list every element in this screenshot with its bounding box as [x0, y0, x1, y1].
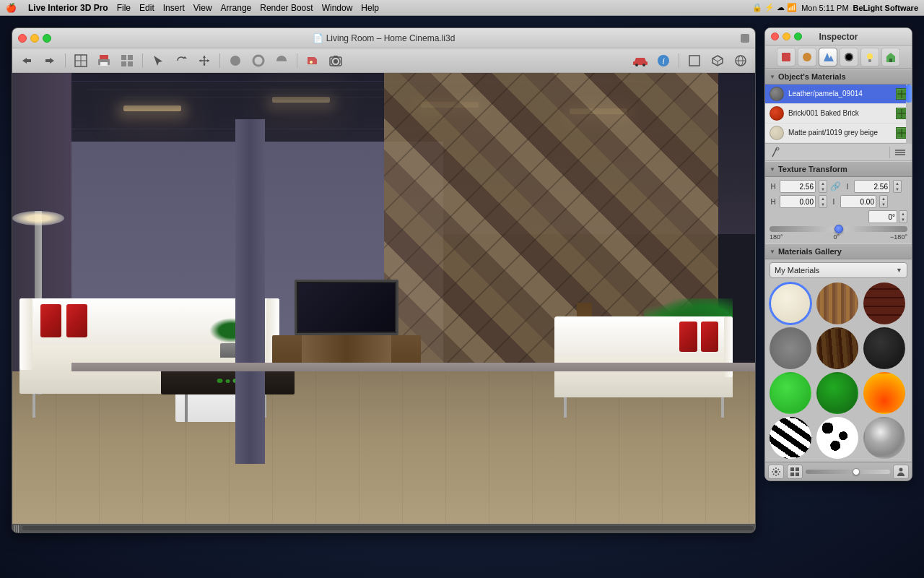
window-minimize-button[interactable]	[30, 34, 39, 43]
rotate-tool[interactable]	[171, 51, 191, 70]
wand-tool[interactable]	[770, 145, 784, 160]
gallery-item-wood-dark[interactable]	[816, 327, 858, 369]
offset-y-down[interactable]: ▼	[880, 202, 887, 207]
menu-help[interactable]: Help	[361, 3, 379, 13]
window-maximize-button[interactable]	[43, 34, 51, 43]
inspector-person-button[interactable]	[893, 465, 909, 479]
gallery-item-wood-light[interactable]	[816, 282, 858, 324]
rotation-up[interactable]: ▲	[899, 211, 907, 217]
gallery-item-fire[interactable]	[863, 372, 905, 414]
baseboard	[71, 363, 755, 372]
scale-x-up[interactable]: ▲	[819, 181, 827, 186]
view-2d-button[interactable]	[684, 51, 705, 70]
tab-material[interactable]	[840, 48, 858, 66]
inspector-settings-button[interactable]	[768, 465, 784, 479]
tab-light[interactable]	[860, 48, 879, 66]
menu-app[interactable]: Live Interior 3D Pro	[28, 3, 108, 13]
offset-x-up[interactable]: ▲	[819, 196, 827, 202]
viewport[interactable]: |||	[12, 73, 755, 532]
ring-tool[interactable]	[248, 51, 269, 70]
inspector-close-button[interactable]	[771, 33, 779, 40]
offset-x-down[interactable]: ▼	[819, 202, 827, 207]
inspector-maximize-button[interactable]	[794, 33, 802, 40]
sphere-tool[interactable]	[225, 51, 245, 70]
gallery-item-concrete[interactable]	[770, 327, 811, 369]
material-options-button[interactable]	[893, 145, 907, 160]
menu-view[interactable]: View	[193, 3, 212, 13]
scrollbar-track[interactable]	[22, 526, 754, 530]
rotation-down[interactable]: ▼	[899, 217, 907, 223]
view-iso-button[interactable]	[707, 51, 728, 70]
rotation-input[interactable]: 0°	[868, 210, 897, 223]
inspector-titlebar: Inspector	[765, 28, 912, 46]
chain-link-icon[interactable]: 🔗	[830, 181, 841, 191]
material-item-3[interactable]: Matte paint/1019 grey beige	[765, 124, 912, 143]
scale-x-input[interactable]: 2.56	[780, 180, 816, 193]
gallery-item-spots[interactable]	[816, 417, 858, 459]
scale-y-input[interactable]: 2.56	[854, 180, 890, 193]
tab-texture[interactable]	[819, 48, 837, 66]
offset-x-label: H	[770, 198, 777, 206]
nav-back-button[interactable]	[17, 51, 37, 70]
materials-scrollbar[interactable]	[906, 85, 912, 144]
gallery-item-brick[interactable]	[863, 282, 905, 324]
half-sphere-tool[interactable]	[271, 51, 292, 70]
toolbar-sep-2	[142, 53, 143, 68]
toolbar-sep-5	[679, 53, 679, 68]
scale-y-down[interactable]: ▼	[894, 186, 901, 192]
menu-arrange[interactable]: Arrange	[221, 3, 252, 13]
car-view-button[interactable]	[630, 51, 650, 70]
scale-x-stepper[interactable]: ▲ ▼	[819, 180, 827, 193]
menu-file[interactable]: File	[117, 3, 131, 13]
rotation-label-min: 180°	[770, 233, 783, 241]
gallery-item-black[interactable]	[863, 327, 905, 369]
menu-edit[interactable]: Edit	[139, 3, 154, 13]
tab-color[interactable]	[798, 48, 816, 66]
material-item-1[interactable]: Leather/pamela_09014	[765, 85, 912, 104]
tab-house[interactable]	[881, 48, 900, 66]
scale-y-stepper[interactable]: ▲ ▼	[893, 180, 902, 193]
view-3d-button[interactable]	[731, 51, 751, 70]
rotation-slider-track[interactable]	[770, 226, 907, 232]
gallery-item-green-dark[interactable]	[816, 372, 858, 414]
inspector-minimize-button[interactable]	[783, 33, 790, 40]
menu-window[interactable]: Window	[322, 3, 353, 13]
tab-object[interactable]	[777, 48, 796, 66]
gallery-item-green-bright[interactable]	[770, 372, 811, 414]
menubar: 🍎 Live Interior 3D Pro File Edit Insert …	[0, 0, 924, 16]
material-name-2: Brick/001 Baked Brick	[788, 109, 892, 118]
offset-y-stepper[interactable]: ▲ ▼	[879, 195, 888, 208]
window-resize-icon[interactable]	[741, 34, 749, 43]
inspector-zoom-slider[interactable]	[806, 470, 890, 474]
viewport-scrollbar[interactable]: |||	[12, 524, 755, 532]
inspector-grid-button[interactable]	[787, 465, 803, 479]
offset-x-input[interactable]: 0.00	[780, 195, 816, 208]
scale-y-up[interactable]: ▲	[894, 181, 901, 186]
rotation-slider-thumb[interactable]	[834, 225, 843, 233]
scale-x-down[interactable]: ▼	[819, 186, 827, 192]
offset-y-input[interactable]: 0.00	[840, 195, 876, 208]
offset-x-stepper[interactable]: ▲ ▼	[819, 195, 827, 208]
material-item-2[interactable]: Brick/001 Baked Brick	[765, 104, 912, 124]
material-swatch-1	[770, 87, 784, 101]
screenshot-button[interactable]	[326, 51, 346, 70]
apple-menu[interactable]: 🍎	[6, 3, 17, 13]
floorplan-button[interactable]	[71, 51, 91, 70]
view-options-button[interactable]	[117, 51, 137, 70]
rotation-stepper[interactable]: ▲ ▼	[899, 210, 907, 223]
gallery-dropdown[interactable]: My Materials ▼	[770, 262, 907, 278]
window-close-button[interactable]	[18, 34, 27, 43]
camera-path-button[interactable]	[302, 51, 323, 70]
info-button[interactable]: i	[653, 51, 674, 70]
menu-insert[interactable]: Insert	[163, 3, 185, 13]
move-tool[interactable]	[194, 51, 214, 70]
menu-render[interactable]: Render Boost	[260, 3, 313, 13]
print-button[interactable]	[94, 51, 114, 70]
pillow-4	[679, 322, 697, 352]
gallery-item-cream[interactable]	[770, 282, 811, 324]
nav-forward-button[interactable]	[40, 51, 60, 70]
select-tool[interactable]	[148, 51, 168, 70]
gallery-item-chrome[interactable]	[863, 417, 905, 459]
offset-y-up[interactable]: ▲	[880, 196, 887, 202]
gallery-item-zebra[interactable]	[770, 417, 811, 459]
